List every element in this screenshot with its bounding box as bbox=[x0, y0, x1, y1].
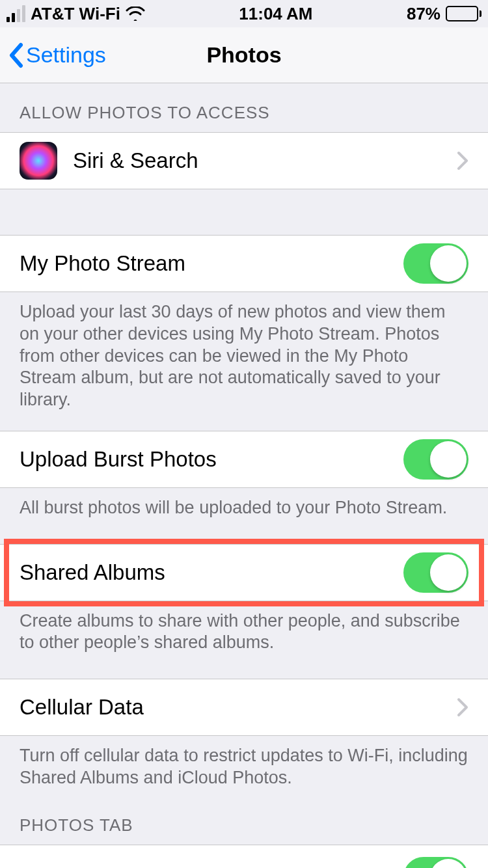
back-button[interactable]: Settings bbox=[0, 42, 106, 68]
status-time: 11:04 AM bbox=[239, 4, 312, 24]
siri-search-label: Siri & Search bbox=[73, 148, 441, 173]
my-photo-stream-row: My Photo Stream bbox=[0, 235, 488, 292]
battery-pct-label: 87% bbox=[407, 4, 441, 24]
status-bar: AT&T Wi-Fi 11:04 AM 87% bbox=[0, 0, 488, 27]
carrier-label: AT&T Wi-Fi bbox=[31, 4, 120, 24]
chevron-left-icon bbox=[8, 42, 23, 68]
my-photo-stream-toggle[interactable] bbox=[403, 243, 468, 284]
siri-search-row[interactable]: Siri & Search bbox=[0, 132, 488, 189]
my-photo-stream-label: My Photo Stream bbox=[20, 251, 388, 276]
back-label: Settings bbox=[26, 42, 106, 68]
my-photo-stream-footer: Upload your last 30 days of new photos a… bbox=[0, 292, 488, 431]
section-header-photos-tab: PHOTOS TAB bbox=[0, 809, 488, 845]
cellular-data-footer: Turn off cellular data to restrict updat… bbox=[0, 736, 488, 809]
shared-albums-toggle[interactable] bbox=[403, 552, 468, 593]
chevron-right-icon bbox=[457, 151, 468, 170]
shared-albums-row: Shared Albums bbox=[0, 544, 488, 601]
upload-burst-row: Upload Burst Photos bbox=[0, 431, 488, 488]
next-row-toggle-peek[interactable] bbox=[403, 857, 468, 869]
cellular-data-label: Cellular Data bbox=[20, 695, 441, 720]
cellular-signal-icon bbox=[7, 5, 25, 22]
shared-albums-footer: Create albums to share with other people… bbox=[0, 601, 488, 679]
upload-burst-label: Upload Burst Photos bbox=[20, 447, 388, 472]
shared-albums-label: Shared Albums bbox=[20, 560, 388, 585]
cellular-data-row[interactable]: Cellular Data bbox=[0, 679, 488, 736]
section-header-access: ALLOW PHOTOS TO ACCESS bbox=[0, 83, 488, 132]
upload-burst-toggle[interactable] bbox=[403, 439, 468, 480]
wifi-icon bbox=[126, 7, 145, 21]
nav-bar: Settings Photos bbox=[0, 27, 488, 83]
upload-burst-footer: All burst photos will be uploaded to you… bbox=[0, 488, 488, 544]
battery-icon bbox=[446, 6, 481, 21]
siri-icon bbox=[20, 142, 57, 180]
next-row-peek bbox=[0, 845, 488, 869]
chevron-right-icon bbox=[457, 698, 468, 717]
